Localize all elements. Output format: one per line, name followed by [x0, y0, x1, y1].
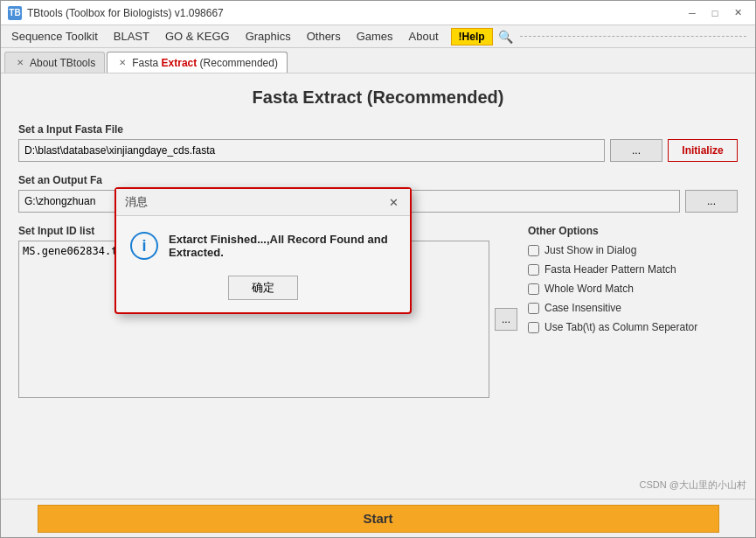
bottom-bar: Start	[1, 499, 755, 537]
search-icon[interactable]: 🔍	[498, 30, 513, 44]
menu-blast[interactable]: BLAST	[107, 27, 156, 45]
dialog-message: Extarct Finished...,All Record Found and…	[169, 233, 396, 259]
dialog-ok-button[interactable]: 确定	[228, 276, 298, 300]
window-title: TBtools (Toolbox for Biologists) v1.0986…	[27, 7, 224, 19]
dialog-close-button[interactable]: ✕	[385, 194, 401, 210]
tabbar: ✕ About TBtools ✕ Fasta Extract (Recomme…	[1, 48, 755, 73]
message-dialog: 消息 ✕ i Extarct Finished...,All Record Fo…	[114, 187, 412, 314]
dialog-body: i Extarct Finished...,All Record Found a…	[116, 216, 410, 270]
content-area: Fasta Extract (Recommended) Set a Input …	[1, 73, 755, 499]
modal-overlay: 消息 ✕ i Extarct Finished...,All Record Fo…	[1, 73, 755, 499]
tab-fasta-extract[interactable]: ✕ Fasta Extract (Recommended)	[107, 52, 288, 73]
tab-close-about[interactable]: ✕	[14, 57, 26, 69]
help-button[interactable]: !Help	[451, 28, 493, 45]
menu-games[interactable]: Games	[350, 27, 400, 45]
minimize-button[interactable]: ─	[682, 4, 703, 22]
menu-others[interactable]: Others	[300, 27, 348, 45]
dialog-info-icon: i	[130, 232, 158, 260]
tab-label-about: About TBtools	[30, 57, 95, 69]
menu-graphics[interactable]: Graphics	[239, 27, 298, 45]
tab-about-tbtools[interactable]: ✕ About TBtools	[4, 52, 105, 73]
dialog-title: 消息	[125, 194, 148, 210]
close-button[interactable]: ✕	[727, 4, 748, 22]
main-window: TB TBtools (Toolbox for Biologists) v1.0…	[0, 0, 756, 538]
menu-go-kegg[interactable]: GO & KEGG	[158, 27, 237, 45]
menu-about[interactable]: About	[402, 27, 446, 45]
tab-label-fasta: Fasta Extract (Recommended)	[132, 57, 278, 69]
maximize-button[interactable]: □	[704, 4, 725, 22]
start-button[interactable]: Start	[38, 505, 719, 533]
titlebar-left: TB TBtools (Toolbox for Biologists) v1.0…	[8, 6, 224, 20]
menu-sequence-toolkit[interactable]: Sequence Toolkit	[4, 27, 105, 45]
titlebar: TB TBtools (Toolbox for Biologists) v1.0…	[1, 1, 755, 25]
tab-close-fasta[interactable]: ✕	[116, 57, 128, 69]
dialog-footer: 确定	[116, 270, 410, 312]
app-icon: TB	[8, 6, 22, 20]
dialog-titlebar: 消息 ✕	[116, 189, 410, 216]
menubar: Sequence Toolkit BLAST GO & KEGG Graphic…	[1, 25, 755, 48]
titlebar-controls: ─ □ ✕	[682, 4, 748, 22]
menubar-divider	[520, 36, 746, 37]
